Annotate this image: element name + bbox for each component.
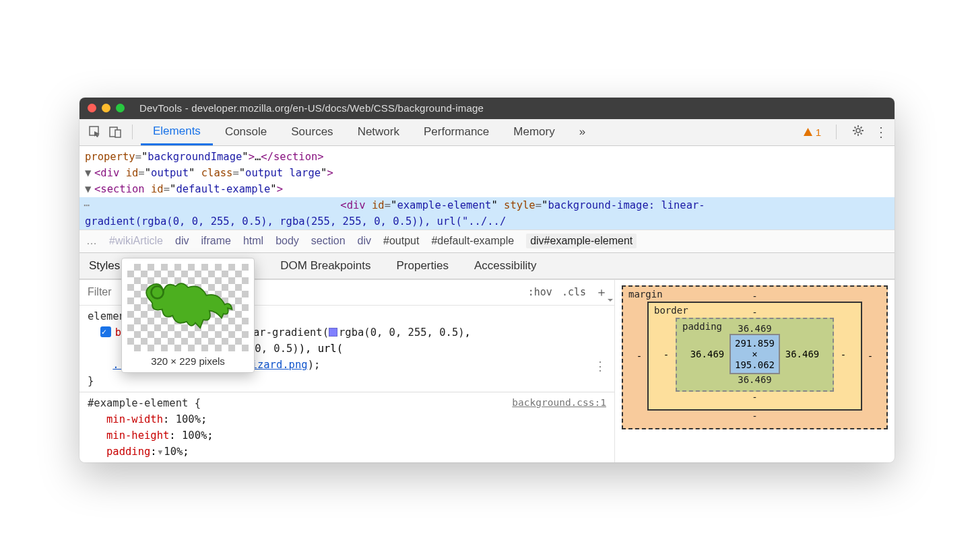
breadcrumb-item[interactable]: div (175, 235, 189, 247)
dom-row-selected[interactable]: ⋯ <div id="example-element" style="backg… (79, 197, 895, 213)
box-model[interactable]: margin - - border - - (622, 285, 888, 429)
content-box: 291.859 × 195.062 (729, 334, 780, 374)
breadcrumb-item[interactable]: #output (383, 235, 419, 247)
subtab-dom-breakpoints[interactable]: DOM Breakpoints (280, 259, 370, 273)
svg-point-3 (856, 129, 860, 133)
dom-tree[interactable]: property="backgroundImage">…</section> ▼… (79, 146, 895, 230)
tab-performance[interactable]: Performance (412, 118, 501, 145)
warnings-count: 1 (816, 127, 821, 138)
expand-shorthand-icon[interactable]: ▶ (154, 450, 166, 455)
dom-row[interactable]: ▼<section id="default-example"> (79, 181, 895, 197)
breadcrumb: … #wikiArticle div iframe html body sect… (79, 230, 895, 252)
tab-elements[interactable]: Elements (141, 118, 213, 145)
more-vertical-icon[interactable]: ⋮ (874, 125, 888, 139)
style-rule[interactable]: background.css:1 #example-element { min-… (79, 392, 614, 462)
margin-label: margin (628, 289, 663, 300)
hov-toggle[interactable]: :hov (528, 286, 552, 298)
dom-row-selected[interactable]: gradient(rgba(0, 0, 255, 0.5), rgba(255,… (79, 213, 895, 230)
minimize-icon[interactable] (102, 104, 110, 112)
ellipsis-icon[interactable]: ⋯ (79, 197, 92, 213)
breadcrumb-item[interactable]: body (275, 235, 299, 247)
subtab-properties[interactable]: Properties (396, 259, 448, 273)
tab-network[interactable]: Network (346, 118, 412, 145)
tab-sources[interactable]: Sources (279, 118, 345, 145)
window-title: DevTools - developer.mozilla.org/en-US/d… (139, 102, 484, 114)
breadcrumb-item[interactable]: iframe (201, 235, 230, 247)
device-toggle-icon[interactable] (106, 123, 124, 141)
subtab-accessibility[interactable]: Accessibility (474, 259, 537, 273)
breadcrumb-item[interactable]: div (358, 235, 371, 247)
breadcrumb-item[interactable]: #default-example (431, 235, 514, 247)
dom-row[interactable]: ▼<div id="output" class="output large"> (79, 165, 895, 181)
tab-overflow[interactable]: » (567, 118, 597, 145)
separator (836, 125, 837, 139)
devtools-window: DevTools - developer.mozilla.org/en-US/d… (79, 98, 895, 462)
gear-icon[interactable] (851, 124, 865, 140)
checkbox-icon[interactable] (100, 326, 111, 337)
toolbar: Elements Console Sources Network Perform… (79, 119, 895, 146)
maximize-icon[interactable] (116, 104, 125, 112)
titlebar: DevTools - developer.mozilla.org/en-US/d… (79, 98, 895, 119)
more-vertical-icon[interactable]: ⋮ (594, 357, 606, 376)
tab-console[interactable]: Console (213, 118, 279, 145)
lizard-icon (137, 274, 238, 341)
padding-label: padding (682, 321, 722, 332)
image-preview (127, 264, 249, 351)
image-dimensions: 320 × 229 pixels (127, 355, 249, 367)
cls-toggle[interactable]: .cls (562, 286, 586, 298)
color-swatch-icon[interactable] (329, 328, 337, 337)
box-model-panel: margin - - border - - (614, 280, 895, 462)
dom-row[interactable]: property="backgroundImage">…</section> (79, 149, 895, 165)
breadcrumb-item[interactable]: section (311, 235, 346, 247)
border-label: border (654, 305, 688, 316)
subtab-styles[interactable]: Styles (89, 259, 120, 273)
inspect-icon[interactable] (86, 123, 104, 141)
source-link[interactable]: background.css:1 (512, 395, 606, 410)
breadcrumb-item[interactable]: html (243, 235, 263, 247)
traffic-lights (88, 104, 125, 112)
svg-rect-2 (115, 130, 121, 137)
warnings-badge[interactable]: 1 (803, 127, 821, 138)
toolbar-right: 1 ⋮ (803, 124, 888, 140)
separator (132, 125, 133, 139)
tab-memory[interactable]: Memory (501, 118, 566, 145)
panel-tabs: Elements Console Sources Network Perform… (141, 118, 597, 145)
new-style-rule-icon[interactable]: ＋ (595, 284, 608, 300)
breadcrumb-item[interactable]: #wikiArticle (109, 235, 163, 247)
image-preview-tooltip: 320 × 229 pixels (121, 258, 255, 373)
breadcrumb-overflow[interactable]: … (86, 235, 97, 247)
close-icon[interactable] (88, 104, 96, 112)
breadcrumb-item-selected[interactable]: div#example-element (526, 234, 637, 248)
